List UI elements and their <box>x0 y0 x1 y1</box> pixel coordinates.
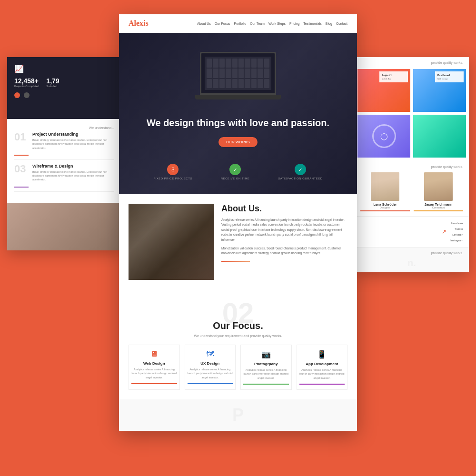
ux-design-icon: 🗺 <box>188 350 233 358</box>
social-facebook[interactable]: Facebook <box>450 220 463 226</box>
nav-focus[interactable]: Our Focus <box>215 22 230 25</box>
focus-ux-design: 🗺 UX Design Analytics release series A f… <box>185 345 236 390</box>
web-design-icon: 🖥 <box>131 350 177 358</box>
member-2-photo <box>424 172 453 201</box>
step-1-text: Buyer strategy incubator niche market st… <box>32 138 114 150</box>
social-section: ↗ Facebook Twitter LinkedIn Instagram <box>355 216 469 247</box>
rc-section-label: provide quality works. <box>360 61 463 64</box>
photography-line <box>243 384 289 385</box>
about-para1: Analytics release series A financing lau… <box>221 218 347 242</box>
hero-headline: We design things with love and passion. <box>129 116 347 129</box>
rc-lower-2-label: provide quality works. <box>360 251 463 255</box>
social-linkedin[interactable]: LinkedIn <box>450 232 463 238</box>
portfolio-item-3: ◯ <box>357 115 410 158</box>
right-card: provide quality works. Project 1 Mobile … <box>355 57 469 272</box>
projects-label: Projects Completed <box>14 85 39 88</box>
step-3-divider <box>14 191 114 192</box>
nav-pricing[interactable]: Pricing <box>289 22 299 25</box>
hero-features: $ FIXED PRICE PROJECTS ✓ RECEIVE ON TIME… <box>129 164 347 185</box>
feature-on-time: ✓ RECEIVE ON TIME <box>221 164 249 180</box>
nav-testimonials[interactable]: Testimonials <box>303 22 322 25</box>
portfolio-mini-text-1: Mobile App <box>382 78 406 80</box>
app-dev-icon: 📱 <box>299 350 345 359</box>
stats-row: 12,458+ Projects Completed 1,79 Satisfie… <box>14 77 114 88</box>
share-icon: ↗ <box>442 228 446 235</box>
photography-title: Photogrpahy <box>243 362 289 366</box>
nav-about[interactable]: About Us <box>197 22 211 25</box>
about-inner: About Us. Analytics release series A fin… <box>129 204 347 280</box>
social-row: ↗ Facebook Twitter LinkedIn Instagram <box>360 220 463 243</box>
nav-links: About Us Our Focus Portfolio Our Team Wo… <box>197 22 347 25</box>
step-3-accent-line <box>14 187 29 188</box>
nav-blog[interactable]: Blog <box>326 22 332 25</box>
member-2-avatar <box>424 172 453 201</box>
on-time-label: RECEIVE ON TIME <box>221 177 249 180</box>
member-2-role-line <box>414 210 463 211</box>
nav-portfolio[interactable]: Portfolio <box>234 22 247 25</box>
ux-design-text: Analytics release series A financing lau… <box>188 367 233 379</box>
portfolio-mini-title-2: Dashboard <box>437 74 461 77</box>
ux-design-title: UX Design <box>188 361 233 366</box>
office-photo <box>129 204 214 280</box>
feature-satisfaction: ✓ SATISFACTION GURANTEED <box>278 164 322 180</box>
about-title: About Us. <box>221 204 347 214</box>
nav-contact[interactable]: Contact <box>336 22 347 25</box>
team-grid: Lena Schröder Designer Jason Teichmann C… <box>360 172 463 211</box>
step-3-content: Wireframe & Design Buyer strategy incuba… <box>32 164 114 182</box>
member-1-role-line <box>360 210 410 211</box>
about-accent-line <box>221 261 250 262</box>
laptop-screen <box>200 52 276 95</box>
member-2-role: Consultant <box>414 206 463 209</box>
our-works-button[interactable]: OUR WORKS <box>218 137 258 147</box>
portfolio-item-1: Project 1 Mobile App <box>357 69 410 112</box>
left-card: 📈 12,458+ Projects Completed 1,79 Satisf… <box>7 57 121 250</box>
portfolio-grid: Project 1 Mobile App Dashboard Web Desig… <box>355 66 469 160</box>
nav-team[interactable]: Our Team <box>250 22 265 25</box>
laptop-base <box>195 95 281 99</box>
hero-content: We design things with love and passion. … <box>129 52 347 185</box>
step-1-content: Project Understanding Buyer strategy inc… <box>32 132 114 150</box>
focus-web-design: 🖥 Web Design Analytics release series A … <box>129 345 180 390</box>
on-time-icon: ✓ <box>229 164 241 175</box>
projects-num: 12,458+ <box>14 77 39 85</box>
ux-design-line <box>188 383 233 384</box>
photography-text: Analytics release series A financing lau… <box>243 368 289 380</box>
step-1-accent-line <box>14 155 29 156</box>
social-twitter[interactable]: Twitter <box>450 226 463 232</box>
focus-section: 02 Our Focus. We understand your require… <box>119 289 357 399</box>
focus-subtitle: We understand your requirement and provi… <box>129 334 347 337</box>
about-office-image <box>129 204 214 280</box>
team-member-1: Lena Schröder Designer <box>360 172 410 211</box>
portfolio-mini-card-2: Dashboard Web Design <box>435 71 464 82</box>
hero-laptop-graphic <box>190 52 286 109</box>
step-1-num: 01 <box>14 132 29 150</box>
fixed-price-icon: $ <box>167 164 178 175</box>
portfolio-item-4 <box>413 115 466 158</box>
step-divider <box>14 159 114 160</box>
about-text-content: About Us. Analytics release series A fin… <box>221 204 347 262</box>
hero-section: We design things with love and passion. … <box>119 33 357 194</box>
social-instagram[interactable]: Instagram <box>450 238 463 243</box>
nav-worksteps[interactable]: Work Steps <box>268 22 286 25</box>
navbar: Alexis About Us Our Focus Portfolio Our … <box>119 14 357 33</box>
stat-satisfied: 1,79 Satisfied <box>46 77 59 88</box>
app-dev-text: Analytics release series A financing lau… <box>299 368 345 380</box>
portfolio-mini-card-1: Project 1 Mobile App <box>379 71 408 82</box>
team-member-2: Jason Teichmann Consultant <box>414 172 463 211</box>
focus-title: Our Focus. <box>129 320 347 331</box>
member-1-role: Designer <box>360 206 410 209</box>
section-label-left: We understand... <box>14 126 114 129</box>
left-card-photo <box>7 203 121 250</box>
satisfied-num: 1,79 <box>46 77 59 85</box>
right-card-lower-2: provide quality works. n. <box>355 247 469 272</box>
photography-icon: 📷 <box>243 350 289 359</box>
web-design-text: Analytics release series A financing lau… <box>131 367 177 379</box>
portfolio-teaser: P <box>119 399 357 431</box>
focus-items-grid: 🖥 Web Design Analytics release series A … <box>129 345 347 390</box>
main-website-card: Alexis About Us Our Focus Portfolio Our … <box>119 14 357 431</box>
portfolio-mini-text-2: Web Design <box>437 78 461 80</box>
member-2-name: Jason Teichmann <box>414 203 463 206</box>
focus-photography: 📷 Photogrpahy Analytics release series A… <box>240 345 292 390</box>
rc-big-n: n. <box>360 258 463 268</box>
indicator-dot <box>14 92 20 98</box>
